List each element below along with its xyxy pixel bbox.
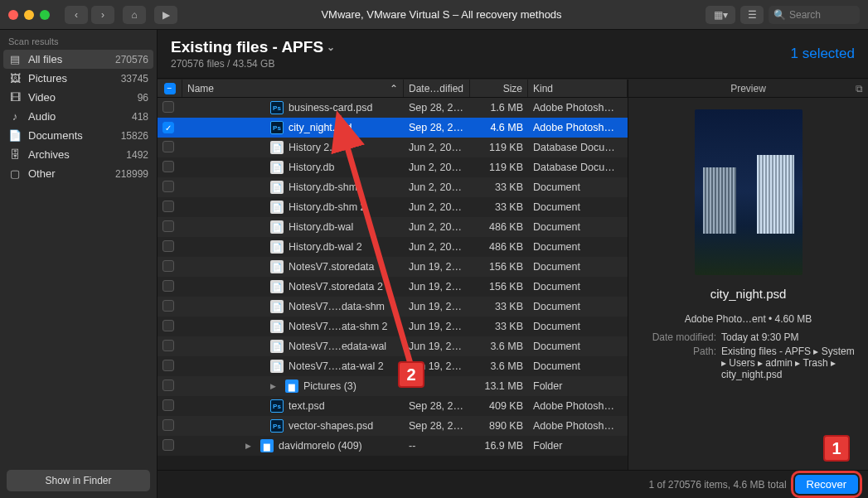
footer: 1 of 270576 items, 4.6 MB total Recover <box>158 470 868 498</box>
sidebar-icon: 🗄 <box>8 148 22 161</box>
file-date: Jun 19, 2… <box>404 360 470 372</box>
sidebar-item-other[interactable]: ▢ Other 218999 <box>0 164 157 183</box>
sidebar-item-pictures[interactable]: 🖼 Pictures 33745 <box>0 69 157 88</box>
row-checkbox[interactable] <box>162 240 174 252</box>
document-icon: 📄 <box>270 260 284 273</box>
file-kind: Adobe Photosh… <box>528 122 628 133</box>
search-field[interactable]: 🔍 Search <box>769 6 860 24</box>
row-checkbox[interactable] <box>162 181 174 192</box>
table-row[interactable]: 📄NotesV7.…data-shm Jun 19, 2… 33 KB Docu… <box>158 297 628 317</box>
disclosure-triangle-icon[interactable]: ▶ <box>245 442 254 450</box>
header-checkbox[interactable]: − <box>158 80 182 97</box>
row-checkbox[interactable] <box>162 439 174 451</box>
file-date: Jun 2, 20… <box>404 142 470 153</box>
preview-heading: Preview ⧉ <box>628 80 868 98</box>
file-kind: Document <box>528 261 628 273</box>
show-in-finder-button[interactable]: Show in Finder <box>7 470 150 491</box>
file-size: 890 KB <box>470 420 528 432</box>
column-kind[interactable]: Kind <box>528 80 628 97</box>
sidebar-item-archives[interactable]: 🗄 Archives 1492 <box>0 145 157 164</box>
row-checkbox[interactable] <box>162 320 174 331</box>
document-icon: 📄 <box>270 360 284 373</box>
file-size: 156 KB <box>470 261 528 273</box>
table-row[interactable]: ✓ Pscity_night.psd Sep 28, 2… 4.6 MB Ado… <box>158 118 628 138</box>
row-checkbox[interactable] <box>162 280 174 292</box>
sidebar-item-all-files[interactable]: ▤ All files 270576 <box>3 50 153 69</box>
close-window-button[interactable] <box>8 10 18 20</box>
row-checkbox[interactable] <box>162 101 174 113</box>
file-date: Sep 28, 2… <box>404 420 470 432</box>
sidebar-item-count: 218999 <box>115 168 148 180</box>
file-kind: Document <box>528 181 628 193</box>
forward-button[interactable]: › <box>91 6 114 24</box>
row-checkbox[interactable] <box>162 360 174 371</box>
content-title[interactable]: Existing files - APFS ⌄ <box>171 38 335 56</box>
footer-status: 1 of 270576 items, 4.6 MB total <box>648 479 786 491</box>
play-button[interactable]: ▶ <box>154 6 177 24</box>
file-name: NotesV7.…ata-wal 2 <box>289 360 384 372</box>
sidebar-item-video[interactable]: 🎞 Video 96 <box>0 88 157 107</box>
chevron-down-icon: ⌄ <box>327 41 335 53</box>
file-kind: Document <box>528 281 628 293</box>
table-row[interactable]: ▶▆davidmorelo (409) -- 16.9 MB Folder <box>158 436 628 456</box>
document-icon: 📄 <box>270 240 284 254</box>
table-row[interactable]: 📄History.db-shm Jun 2, 20… 33 KB Documen… <box>158 177 628 197</box>
row-checkbox[interactable] <box>162 141 174 152</box>
table-row[interactable]: 📄History.db-shm 2 Jun 2, 20… 33 KB Docum… <box>158 197 628 217</box>
sidebar-item-audio[interactable]: ♪ Audio 418 <box>0 107 157 126</box>
table-row[interactable]: Pstext.psd Sep 28, 2… 409 KB Adobe Photo… <box>158 396 628 416</box>
table-row[interactable]: Psvector-shapes.psd Sep 28, 2… 890 KB Ad… <box>158 416 628 436</box>
sidebar-item-documents[interactable]: 📄 Documents 15826 <box>0 126 157 145</box>
table-row[interactable]: 📄History.db-wal Jun 2, 20… 486 KB Docume… <box>158 217 628 237</box>
row-checkbox[interactable] <box>162 340 174 351</box>
sidebar-heading: Scan results <box>0 30 157 50</box>
table-row[interactable]: 📄NotesV7.…ata-shm 2 Jun 19, 2… 33 KB Doc… <box>158 317 628 336</box>
file-date: Jun 2, 20… <box>404 162 470 173</box>
file-kind: Database Docu… <box>528 142 628 153</box>
file-table[interactable]: − Name⌃ Date…dified Size Kind Psbusiness… <box>158 80 628 470</box>
table-row[interactable]: 📄History.db Jun 2, 20… 119 KB Database D… <box>158 157 628 177</box>
row-checkbox[interactable] <box>162 260 174 272</box>
row-checkbox[interactable] <box>162 380 174 391</box>
table-row[interactable]: 📄NotesV7.…edata-wal Jun 19, 2… 3.6 MB Do… <box>158 336 628 356</box>
table-row[interactable]: Psbusiness-card.psd Sep 28, 2… 1.6 MB Ad… <box>158 98 628 118</box>
table-row[interactable]: ▶▆Pictures (3) -- 13.1 MB Folder <box>158 376 628 396</box>
row-checkbox[interactable]: ✓ <box>162 122 174 133</box>
row-checkbox[interactable] <box>162 201 174 212</box>
view-mode-button[interactable]: ▦▾ <box>706 6 735 24</box>
table-row[interactable]: 📄NotesV7.storedata 2 Jun 19, 2… 156 KB D… <box>158 277 628 297</box>
row-checkbox[interactable] <box>162 300 174 312</box>
row-checkbox[interactable] <box>162 419 174 431</box>
sidebar-icon: ▤ <box>8 53 22 65</box>
window-title: VMware, VMware Virtual S – All recovery … <box>186 8 697 21</box>
preview-image <box>695 109 803 275</box>
row-checkbox[interactable] <box>162 220 174 232</box>
selected-count: 1 selected <box>791 46 856 62</box>
zoom-window-button[interactable] <box>40 10 50 20</box>
column-name[interactable]: Name⌃ <box>182 80 404 97</box>
home-button[interactable]: ⌂ <box>123 6 146 24</box>
table-row[interactable]: 📄History 2.db Jun 2, 20… 119 KB Database… <box>158 138 628 157</box>
file-kind: Folder <box>528 440 628 452</box>
settings-button[interactable]: ☰ <box>740 6 764 24</box>
file-size: 33 KB <box>470 321 528 332</box>
content: Existing files - APFS ⌄ 270576 files / 4… <box>158 30 868 498</box>
back-button[interactable]: ‹ <box>65 6 88 24</box>
row-checkbox[interactable] <box>162 161 174 172</box>
minimize-window-button[interactable] <box>24 10 34 20</box>
recover-button[interactable]: Recover <box>795 475 858 494</box>
sidebar-item-label: Other <box>28 167 56 180</box>
file-kind: Document <box>528 321 628 332</box>
table-row[interactable]: 📄History.db-wal 2 Jun 2, 20… 486 KB Docu… <box>158 237 628 257</box>
row-checkbox[interactable] <box>162 399 174 411</box>
psd-file-icon: Ps <box>270 101 284 114</box>
column-size[interactable]: Size <box>470 80 528 97</box>
table-row[interactable]: 📄NotesV7.…ata-wal 2 Jun 19, 2… 3.6 MB Do… <box>158 356 628 376</box>
column-date[interactable]: Date…dified <box>404 80 470 97</box>
document-icon: 📄 <box>270 300 284 313</box>
expand-preview-icon[interactable]: ⧉ <box>856 83 863 94</box>
table-row[interactable]: 📄NotesV7.storedata Jun 19, 2… 156 KB Doc… <box>158 257 628 277</box>
disclosure-triangle-icon[interactable]: ▶ <box>270 382 279 390</box>
file-kind: Adobe Photosh… <box>528 102 628 114</box>
file-kind: Adobe Photosh… <box>528 420 628 432</box>
